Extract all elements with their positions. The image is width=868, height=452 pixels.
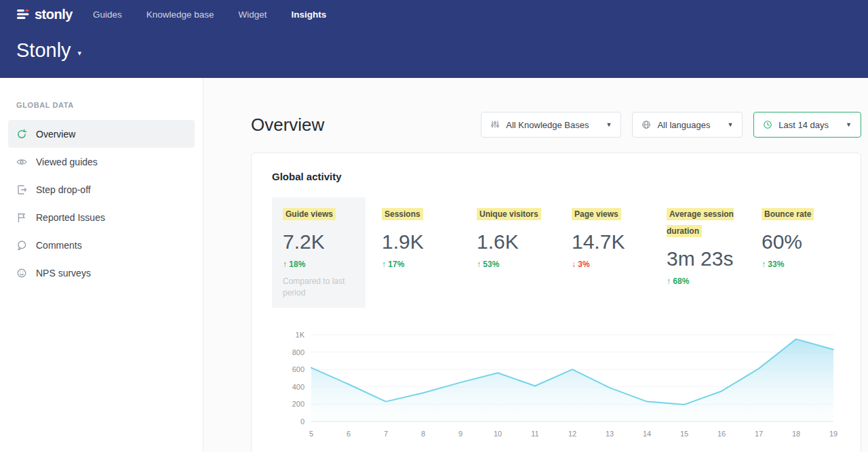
metric-change: ↑ 17% [382,260,460,269]
metric-label: Page views [572,208,621,220]
svg-text:12: 12 [568,430,576,438]
nav-item-widget[interactable]: Widget [239,9,267,20]
metric-change: ↑ 18% [283,260,355,269]
metric-change: ↑ 33% [762,260,840,269]
svg-text:600: 600 [292,365,304,373]
metric-change: ↑ 68% [667,276,745,286]
metrics-row: Guide views 7.2K ↑ 18% Compared to last … [272,197,840,308]
metric-change: ↓ 3% [572,260,650,269]
sidebar-item-label: Viewed guides [36,157,98,167]
svg-text:0: 0 [300,417,304,426]
dropdown-label: All languages [657,120,710,130]
svg-text:7: 7 [384,430,388,438]
sidebar-item-label: Comments [36,240,82,251]
date-range-dropdown[interactable]: Last 14 days ▼ [753,112,861,138]
metric-sessions[interactable]: Sessions 1.9K ↑ 17% [382,197,460,277]
workspace-title[interactable]: Stonly [16,39,71,62]
metric-value: 7.2K [283,230,355,253]
comment-icon [16,240,27,251]
svg-text:11: 11 [531,430,538,438]
metric-value: 1.9K [382,230,460,253]
metric-value: 1.6K [477,230,555,253]
sidebar-item-step-drop-off[interactable]: Step drop-off [8,176,195,203]
dropdown-label: All Knowledge Bases [506,120,589,130]
workspace-row: Stonly ▾ [16,39,852,62]
metric-change: ↑ 53% [477,260,555,269]
stonly-logo-text: stonly [35,7,73,22]
clock-icon [763,120,772,129]
main-header: Overview All Knowledge Bases ▼ All lan [251,112,861,138]
dropdown-label: Last 14 days [778,120,829,130]
sidebar-item-label: Step drop-off [36,184,91,195]
globe-icon [642,120,651,129]
sidebar-item-label: Overview [36,129,75,140]
svg-text:1K: 1K [296,331,305,339]
metric-label: Guide views [283,208,336,220]
eye-icon [16,157,27,167]
chevron-down-icon: ▼ [846,121,852,128]
sidebar-section-label: GLOBAL DATA [8,101,195,109]
svg-text:800: 800 [292,348,304,356]
metric-value: 14.7K [572,230,650,253]
svg-text:19: 19 [829,430,837,438]
nav-item-guides[interactable]: Guides [93,9,122,20]
step-dropoff-icon [16,184,27,195]
metric-note: Compared to last period [283,276,355,300]
sidebar-item-label: NPS surveys [36,268,91,279]
metric-average-session-duration[interactable]: Average session duration 3m 23s ↑ 68% [667,197,745,294]
card-title: Global activity [272,171,840,182]
svg-text:10: 10 [494,430,502,438]
nav-item-insights[interactable]: Insights [292,9,327,20]
top-nav: stonly Guides Knowledge base Widget Insi… [16,0,852,28]
stonly-logo-icon [16,7,30,21]
sidebar-item-viewed-guides[interactable]: Viewed guides [8,148,195,176]
knowledge-bases-dropdown[interactable]: All Knowledge Bases ▼ [481,112,621,138]
sidebar-item-nps-surveys[interactable]: NPS surveys [8,259,195,287]
metric-value: 60% [762,230,840,253]
metric-label: Unique visitors [477,208,541,220]
filters-row: All Knowledge Bases ▼ All languages ▼ [481,112,861,138]
header: stonly Guides Knowledge base Widget Insi… [0,0,868,78]
chevron-down-icon: ▼ [727,121,733,128]
svg-text:17: 17 [755,430,763,438]
smiley-icon [16,268,27,279]
svg-text:8: 8 [421,430,425,438]
flag-icon [16,212,27,223]
chevron-down-icon: ▼ [606,121,612,128]
sidebar-item-overview[interactable]: Overview [8,120,195,148]
chevron-down-icon[interactable]: ▾ [78,49,82,58]
sidebar-item-comments[interactable]: Comments [8,231,195,259]
global-activity-card: Global activity Guide views 7.2K ↑ 18% C… [251,152,861,452]
svg-text:6: 6 [347,430,351,438]
metric-bounce-rate[interactable]: Bounce rate 60% ↑ 33% [762,197,840,277]
metric-guide-views[interactable]: Guide views 7.2K ↑ 18% Compared to last … [272,197,366,308]
top-nav-links: Guides Knowledge base Widget Insights [93,9,326,20]
metric-label: Average session duration [667,208,734,237]
svg-text:18: 18 [792,430,800,438]
nav-item-knowledge-base[interactable]: Knowledge base [146,9,214,20]
activity-chart: 02004006008001K5678910111213141516171819 [272,325,840,439]
sidebar-item-label: Reported Issues [36,212,105,223]
sidebar-item-reported-issues[interactable]: Reported Issues [8,203,195,231]
app-root: stonly Guides Knowledge base Widget Insi… [0,0,868,452]
sidebar: GLOBAL DATA Overview Viewed guides Step … [0,78,203,452]
svg-text:15: 15 [680,430,688,438]
metric-label: Sessions [382,208,423,220]
svg-text:400: 400 [292,382,304,390]
metric-value: 3m 23s [667,247,745,270]
languages-dropdown[interactable]: All languages ▼ [632,112,743,138]
sliders-icon [490,120,500,129]
page-title: Overview [251,115,324,136]
svg-text:9: 9 [458,430,462,438]
stonly-logo[interactable]: stonly [16,7,73,22]
svg-text:200: 200 [292,400,304,408]
svg-text:14: 14 [643,430,651,438]
main-content: Overview All Knowledge Bases ▼ All lan [203,78,868,452]
metric-label: Bounce rate [762,208,814,220]
page-body: GLOBAL DATA Overview Viewed guides Step … [0,78,868,452]
svg-text:5: 5 [309,430,313,438]
activity-chart-svg: 02004006008001K5678910111213141516171819 [272,325,842,439]
metric-unique-visitors[interactable]: Unique visitors 1.6K ↑ 53% [477,197,555,277]
svg-text:16: 16 [717,430,726,438]
metric-page-views[interactable]: Page views 14.7K ↓ 3% [572,197,650,277]
